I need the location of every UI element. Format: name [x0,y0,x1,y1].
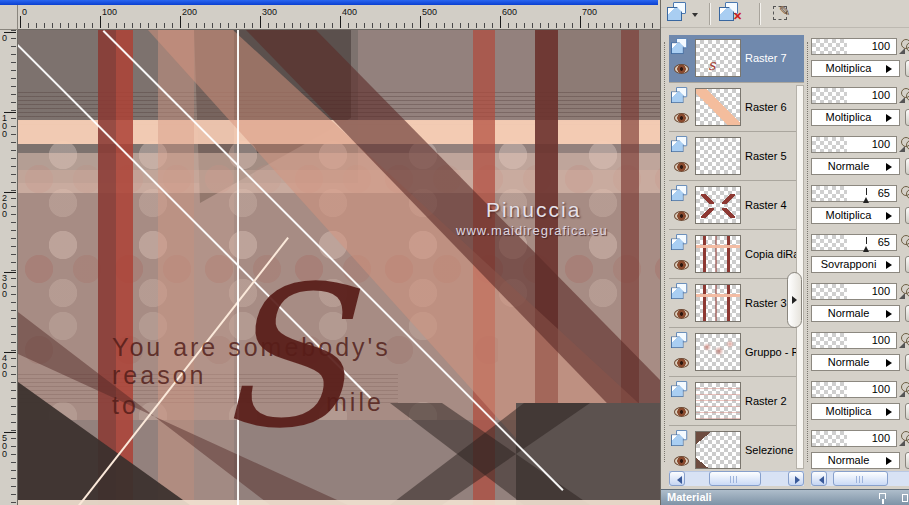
layer-props-group: 65Moltiplica [804,182,909,230]
layer-props-group: 100Normale [804,133,909,181]
layer-thumbnail[interactable] [695,39,741,77]
layer-row[interactable]: Raster 3 [669,280,804,328]
scroll-right-arrow[interactable] [788,471,804,486]
blend-mode-value: Moltiplica [812,111,885,123]
visibility-eye-icon[interactable] [674,113,689,123]
layer-thumbnail[interactable] [695,382,741,420]
layer-props-hscrollbar[interactable] [811,471,909,486]
art-stripe [98,30,116,505]
ruler-v-label: 0 [2,34,10,42]
lock-transparency-button[interactable] [905,60,909,77]
link-set-icon[interactable] [901,382,909,396]
link-set-icon[interactable] [901,186,909,200]
link-set-icon[interactable] [901,88,909,102]
layer-row[interactable]: Raster 4 [669,182,804,230]
layer-row[interactable]: Copia diRaster [669,231,804,279]
scrollbar-thumb[interactable] [833,471,888,486]
opacity-slider[interactable]: 65 [811,234,897,251]
link-set-icon[interactable] [901,235,909,249]
ruler-v-label: 400 [2,354,10,378]
blend-mode-dropdown[interactable]: Moltiplica [811,109,900,126]
blend-mode-dropdown[interactable]: Normale [811,305,900,322]
link-set-icon[interactable] [901,39,909,53]
blend-mode-dropdown[interactable]: Normale [811,452,900,469]
blend-mode-value: Normale [812,160,885,172]
opacity-slider-handle[interactable] [862,237,871,250]
delete-layer-button[interactable]: ✕ [719,2,749,26]
lock-transparency-button[interactable] [905,305,909,322]
opacity-value: 100 [872,285,890,297]
scroll-left-arrow[interactable] [811,471,827,486]
lock-transparency-button[interactable] [905,452,909,469]
materiali-titlebar[interactable]: Materiali [661,489,909,505]
opacity-slider[interactable]: 100 [811,381,897,398]
visibility-eye-icon[interactable] [674,260,689,270]
link-set-icon[interactable] [901,137,909,151]
lock-transparency-button[interactable] [905,158,909,175]
layers-list-hscrollbar[interactable] [669,471,804,486]
opacity-slider-handle[interactable] [862,188,871,201]
layer-thumbnail[interactable] [695,284,741,322]
layer-props-group: 100Normale [804,329,909,377]
opacity-slider[interactable]: 100 [811,136,897,153]
opacity-slider[interactable]: 100 [811,38,897,55]
visibility-eye-icon[interactable] [674,162,689,172]
layer-thumbnail[interactable] [695,186,741,224]
canvas-image[interactable]: You are somebody's reason to mile S Pinu… [18,30,660,505]
visibility-eye-icon[interactable] [674,358,689,368]
layer-pages-icon [671,283,690,303]
link-set-icon[interactable] [901,333,909,347]
chevron-down-icon[interactable] [692,13,698,20]
link-set-icon[interactable] [901,431,909,445]
brush-icon: ✎ [779,3,791,19]
layer-row[interactable]: Selezione innalza [669,427,804,475]
lock-transparency-button[interactable] [905,403,909,420]
layer-row[interactable]: Raster 5 [669,133,804,181]
opacity-slider[interactable]: 100 [811,87,897,104]
blend-mode-dropdown[interactable]: Sovrapponi [811,256,900,273]
panel-grip[interactable] [664,42,665,462]
lock-transparency-button[interactable] [905,109,909,126]
ruler-v-label: 300 [2,274,10,298]
blend-mode-dropdown[interactable]: Moltiplica [811,60,900,77]
layer-row[interactable]: Raster 7 [669,35,804,83]
layer-row[interactable]: Raster 2 [669,378,804,426]
quote-script-letter: S [214,260,348,455]
blend-mode-dropdown[interactable]: Moltiplica [811,207,900,224]
layer-thumbnail[interactable] [695,88,741,126]
layer-name: Gruppo - Raster [745,346,803,358]
blend-mode-value: Moltiplica [812,209,885,221]
blend-mode-dropdown[interactable]: Normale [811,158,900,175]
lock-transparency-button[interactable] [905,256,909,273]
scrollbar-thumb[interactable] [709,471,761,486]
visibility-eye-icon[interactable] [674,211,689,221]
edit-selection-button[interactable]: ✎ [769,2,799,26]
visibility-eye-icon[interactable] [674,407,689,417]
visibility-eye-icon[interactable] [674,64,689,74]
blend-mode-dropdown[interactable]: Moltiplica [811,403,900,420]
new-layer-button[interactable] [667,2,697,26]
layer-row[interactable]: Raster 6 [669,84,804,132]
layer-thumbnail[interactable] [695,431,741,469]
scroll-left-arrow[interactable] [669,471,685,486]
opacity-slider[interactable]: 100 [811,430,897,447]
link-set-icon[interactable] [901,284,909,298]
panel-menu-icon[interactable] [902,494,908,502]
visibility-eye-icon[interactable] [674,309,689,319]
layer-thumbnail[interactable] [695,137,741,175]
opacity-slider[interactable]: 65 [811,185,897,202]
layer-thumbnail[interactable] [695,235,741,273]
layer-name: Raster 7 [745,52,803,64]
blend-mode-dropdown[interactable]: Normale [811,354,900,371]
pin-icon[interactable] [879,493,886,499]
layer-thumbnail[interactable] [695,333,741,371]
opacity-slider[interactable]: 100 [811,332,897,349]
opacity-slider[interactable]: 100 [811,283,897,300]
visibility-eye-icon[interactable] [674,456,689,466]
ruler-h-major-tick [20,16,21,28]
list-splitter-handle[interactable] [787,272,802,328]
lock-transparency-button[interactable] [905,207,909,224]
blend-mode-value: Moltiplica [812,62,885,74]
lock-transparency-button[interactable] [905,354,909,371]
layer-row[interactable]: Gruppo - Raster [669,329,804,377]
